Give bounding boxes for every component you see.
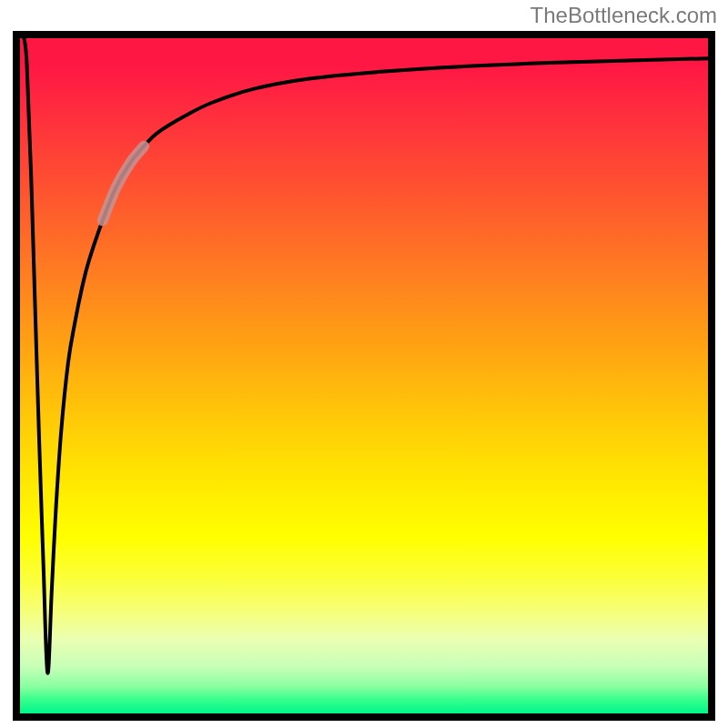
plot-area [13,31,715,721]
chart-container: TheBottleneck.com [0,0,728,728]
gradient-background [20,38,708,713]
watermark-text: TheBottleneck.com [531,3,717,28]
